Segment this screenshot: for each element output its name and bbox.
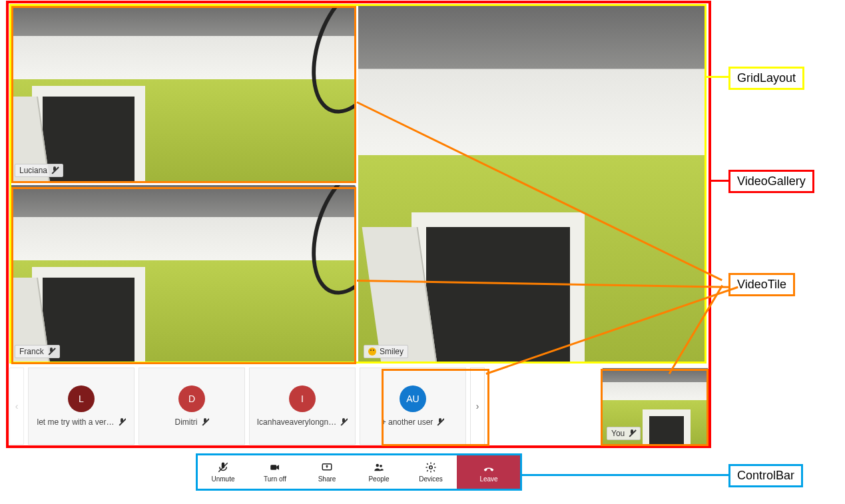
room-door (643, 409, 691, 444)
participant-name: You (611, 429, 625, 438)
overflow-tile[interactable]: D Dimitri (139, 368, 245, 445)
chevron-left-icon: ‹ (15, 401, 19, 411)
chevron-right-icon: › (476, 401, 479, 411)
avatar: L (68, 385, 95, 412)
overflow-name: Dimitri (175, 417, 198, 427)
mic-muted-icon (340, 418, 348, 426)
overflow-tile[interactable]: I Icanhaveaverylongn… (249, 368, 356, 445)
participant-name-pill: You (607, 427, 641, 440)
overflow-name: + another user (382, 417, 433, 427)
annotation-line (706, 76, 729, 78)
video-tile-smiley[interactable]: Smiley (358, 4, 704, 364)
mic-muted-icon (628, 429, 636, 437)
svg-rect-1 (270, 465, 276, 470)
button-label: People (368, 475, 389, 483)
room-net (297, 185, 356, 305)
leave-button[interactable]: Leave (457, 455, 521, 489)
control-bar: Unmute Turn off Share People Devices Lea… (197, 455, 521, 489)
overflow-strip: ‹ L let me try with a ver… D Dimitri I I… (9, 368, 708, 445)
mic-muted-icon (51, 166, 59, 174)
unmute-button[interactable]: Unmute (197, 455, 249, 489)
avatar-initial: AU (406, 393, 419, 404)
avatar-initial: L (79, 393, 84, 404)
mic-muted-icon (47, 348, 55, 356)
avatar-caption: Dimitri (175, 417, 209, 427)
mic-muted-icon (217, 461, 229, 473)
mic-muted-icon (436, 418, 444, 426)
overflow-tile[interactable]: AU + another user (360, 368, 466, 445)
video-gallery-container: Luciana Smiley Franck ‹ L (9, 4, 708, 445)
video-tile-luciana[interactable]: Luciana (9, 4, 356, 182)
devices-button[interactable]: Devices (405, 455, 457, 489)
participant-name-pill: Luciana (15, 164, 63, 177)
svg-point-5 (429, 466, 433, 469)
annotation-label-videogallery: VideoGallery (728, 170, 814, 193)
scroll-left-button[interactable]: ‹ (9, 368, 24, 445)
hangup-icon (483, 461, 495, 473)
avatar-caption: let me try with a ver… (37, 417, 125, 427)
annotation-label-videotile: VideoTile (728, 273, 795, 296)
scroll-right-button[interactable]: › (470, 368, 485, 445)
avatar: I (289, 385, 316, 412)
people-icon (373, 461, 385, 473)
grid-layout: Luciana Smiley Franck (9, 4, 708, 364)
smiley-icon (368, 348, 376, 356)
svg-point-4 (380, 465, 382, 467)
annotation-label-gridlayout: GridLayout (728, 67, 804, 90)
participant-name-pill: Smiley (364, 345, 408, 358)
share-button[interactable]: Share (301, 455, 353, 489)
mic-muted-icon (201, 418, 209, 426)
people-button[interactable]: People (353, 455, 405, 489)
button-label: Devices (419, 475, 443, 483)
room-door (412, 212, 585, 364)
avatar: D (178, 385, 205, 412)
svg-point-3 (376, 464, 380, 467)
camera-toggle-button[interactable]: Turn off (249, 455, 301, 489)
overflow-name: let me try with a ver… (37, 417, 114, 427)
button-label: Leave (479, 475, 497, 483)
avatar-caption: + another user (382, 417, 445, 427)
annotation-line (522, 474, 728, 476)
avatar-caption: Icanhaveaverylongn… (257, 417, 348, 427)
participant-name: Franck (19, 347, 44, 356)
participant-name: Smiley (380, 347, 404, 356)
room-net (297, 4, 356, 124)
share-screen-icon (321, 461, 333, 473)
avatar: AU (400, 385, 426, 412)
mic-muted-icon (118, 418, 126, 426)
annotation-line (711, 180, 729, 182)
annotation-label-controlbar: ControlBar (728, 464, 803, 487)
video-tile-franck[interactable]: Franck (9, 185, 356, 364)
avatar-initial: I (301, 393, 304, 404)
button-label: Turn off (264, 475, 286, 483)
gear-icon (425, 461, 437, 473)
button-label: Unmute (211, 475, 234, 483)
participant-name: Luciana (19, 166, 47, 175)
button-label: Share (318, 475, 336, 483)
overflow-name: Icanhaveaverylongn… (257, 417, 336, 427)
avatar-initial: D (188, 393, 195, 404)
local-video-tile[interactable]: You (602, 368, 708, 445)
camera-icon (269, 461, 281, 473)
participant-name-pill: Franck (15, 345, 60, 358)
overflow-tile[interactable]: L let me try with a ver… (28, 368, 135, 445)
